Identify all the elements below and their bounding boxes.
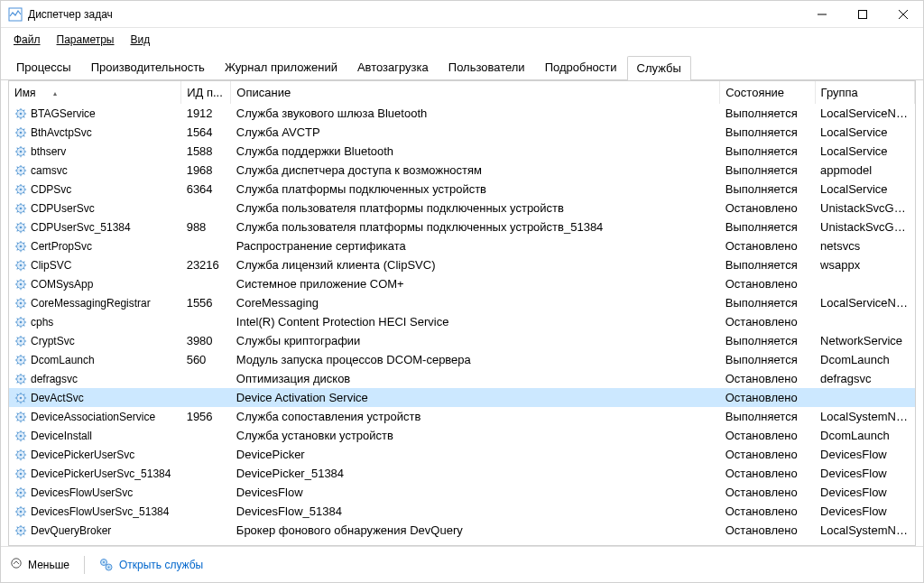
svg-point-46 bbox=[20, 189, 23, 191]
table-row[interactable]: bthserv1588Служба поддержки BluetoothВып… bbox=[9, 142, 915, 161]
svg-line-132 bbox=[23, 344, 24, 345]
table-row[interactable]: BthAvctpSvc1564Служба AVCTPВыполняетсяLo… bbox=[9, 123, 915, 142]
cell-description: Служба диспетчера доступа к возможностям bbox=[231, 161, 720, 180]
cell-pid: 560 bbox=[181, 350, 231, 369]
tab-performance[interactable]: Производительность bbox=[81, 55, 215, 79]
svg-line-142 bbox=[23, 363, 24, 364]
fewer-details-button[interactable]: Меньше bbox=[10, 558, 69, 571]
svg-point-136 bbox=[20, 359, 23, 362]
table-row[interactable]: ClipSVC23216Служба лицензий клиента (Cli… bbox=[9, 255, 915, 274]
cell-description: DevicesFlow bbox=[231, 483, 720, 502]
column-header-group[interactable]: Группа bbox=[815, 81, 914, 104]
table-row[interactable]: defragsvcОптимизация дисковОстановленоde… bbox=[9, 369, 915, 388]
svg-point-106 bbox=[20, 302, 23, 305]
table-row[interactable]: camsvc1968Служба диспетчера доступа к во… bbox=[9, 161, 915, 180]
cell-state: Выполняется bbox=[720, 161, 815, 180]
svg-line-194 bbox=[17, 458, 18, 458]
service-gear-icon bbox=[14, 316, 27, 329]
table-row[interactable]: DeviceAssociationService1956Служба сопос… bbox=[9, 407, 915, 426]
fewer-details-label: Меньше bbox=[28, 559, 69, 571]
svg-line-122 bbox=[23, 325, 24, 326]
cell-state: Остановлено bbox=[720, 521, 815, 540]
cell-state: Выполняется bbox=[720, 255, 815, 274]
svg-line-163 bbox=[23, 394, 24, 395]
cell-pid: 988 bbox=[181, 217, 231, 236]
table-row[interactable]: CDPUserSvc_51384988Служба пользователя п… bbox=[9, 217, 915, 236]
cell-state: Выполняется bbox=[720, 142, 815, 161]
cell-group: DevicesFlow bbox=[815, 464, 914, 483]
cell-state: Выполняется bbox=[720, 331, 815, 350]
cell-group bbox=[815, 274, 914, 293]
cell-state: Остановлено bbox=[720, 274, 815, 293]
table-row[interactable]: DcomLaunch560Модуль запуска процессов DC… bbox=[9, 350, 915, 369]
table-row[interactable]: CDPSvc6364Служба платформы подключенных … bbox=[9, 180, 915, 199]
tab-details[interactable]: Подробности bbox=[535, 55, 627, 79]
menu-options[interactable]: Параметры bbox=[50, 30, 122, 49]
cell-state: Выполняется bbox=[720, 180, 815, 199]
cell-group: LocalService bbox=[815, 142, 914, 161]
tab-services[interactable]: Службы bbox=[627, 56, 691, 80]
open-services-link[interactable]: Открыть службы bbox=[99, 558, 203, 572]
minimize-button[interactable] bbox=[801, 1, 842, 27]
cell-description: Служба сопоставления устройств bbox=[231, 407, 720, 426]
cell-name: DeviceAssociationService bbox=[9, 407, 181, 426]
tab-app-history[interactable]: Журнал приложений bbox=[215, 55, 347, 79]
column-header-description[interactable]: Описание bbox=[231, 81, 720, 104]
menu-file[interactable]: Файл bbox=[6, 30, 48, 49]
table-row[interactable]: DeviceInstallСлужба установки устройствО… bbox=[9, 426, 915, 445]
tab-startup[interactable]: Автозагрузка bbox=[347, 55, 439, 79]
cell-pid: 1588 bbox=[181, 142, 231, 161]
column-header-name[interactable]: Имя▴ bbox=[9, 81, 181, 104]
svg-line-112 bbox=[23, 306, 24, 307]
cell-pid bbox=[181, 388, 231, 407]
column-header-pid[interactable]: ИД п... bbox=[181, 81, 231, 104]
cell-group: LocalService bbox=[815, 180, 914, 199]
svg-line-24 bbox=[17, 135, 18, 136]
cell-group: LocalServiceNe... bbox=[815, 104, 914, 123]
svg-point-156 bbox=[20, 397, 23, 400]
svg-line-114 bbox=[17, 306, 18, 307]
table-row[interactable]: CDPUserSvcСлужба пользователя платформы … bbox=[9, 199, 915, 217]
service-gear-icon bbox=[14, 164, 27, 177]
svg-point-36 bbox=[20, 170, 23, 172]
column-header-state[interactable]: Состояние bbox=[720, 81, 815, 104]
service-gear-icon bbox=[14, 107, 27, 120]
cell-state: Остановлено bbox=[720, 426, 815, 445]
cell-group: defragsvc bbox=[815, 369, 914, 388]
menu-view[interactable]: Вид bbox=[123, 30, 157, 49]
table-row[interactable]: DevicePickerUserSvcDevicePickerОстановле… bbox=[9, 445, 915, 464]
table-row[interactable]: DevicesFlowUserSvcDevicesFlowОстановлено… bbox=[9, 483, 915, 502]
tab-users[interactable]: Пользователи bbox=[439, 55, 535, 79]
service-gear-icon bbox=[14, 467, 27, 480]
table-row[interactable]: COMSysAppСистемное приложение COM+Остано… bbox=[9, 274, 915, 293]
svg-line-81 bbox=[17, 243, 18, 244]
table-row[interactable]: DevicesFlowUserSvc_51384DevicesFlow_5138… bbox=[9, 502, 915, 521]
cell-name: ClipSVC bbox=[9, 255, 181, 274]
cell-group: LocalSystemNe... bbox=[815, 407, 914, 426]
cell-state: Выполняется bbox=[720, 293, 815, 312]
table-row[interactable]: BTAGService1912Служба звукового шлюза Bl… bbox=[9, 104, 915, 123]
menubar: Файл Параметры Вид bbox=[1, 28, 923, 50]
table-row[interactable]: DevicePickerUserSvc_51384DevicePicker_51… bbox=[9, 464, 915, 483]
cell-pid: 23216 bbox=[181, 255, 231, 274]
cell-description: Службы криптографии bbox=[231, 331, 720, 350]
table-row[interactable]: CertPropSvcРаспространение сертификатаОс… bbox=[9, 236, 915, 255]
svg-line-42 bbox=[23, 173, 24, 174]
svg-line-224 bbox=[17, 514, 18, 515]
app-icon bbox=[8, 7, 23, 22]
titlebar: Диспетчер задач bbox=[1, 1, 923, 28]
service-gear-icon bbox=[14, 297, 27, 310]
svg-line-43 bbox=[23, 167, 24, 168]
cell-group: DcomLaunch bbox=[815, 426, 914, 445]
close-button[interactable] bbox=[882, 1, 923, 27]
table-row[interactable]: cphsIntel(R) Content Protection HECI Ser… bbox=[9, 312, 915, 331]
services-table-wrap[interactable]: Имя▴ ИД п... Описание Состояние Группа B… bbox=[8, 80, 916, 546]
svg-point-146 bbox=[20, 378, 23, 381]
table-row[interactable]: CoreMessagingRegistrar1556CoreMessagingВ… bbox=[9, 293, 915, 312]
tab-processes[interactable]: Процессы bbox=[6, 55, 81, 79]
table-row[interactable]: DevQueryBrokerБрокер фонового обнаружени… bbox=[9, 521, 915, 540]
table-row[interactable]: CryptSvc3980Службы криптографииВыполняет… bbox=[9, 331, 915, 350]
maximize-button[interactable] bbox=[842, 1, 882, 27]
service-gear-icon bbox=[14, 392, 27, 404]
table-row[interactable]: DevActSvcDevice Activation ServiceОстано… bbox=[9, 388, 915, 407]
